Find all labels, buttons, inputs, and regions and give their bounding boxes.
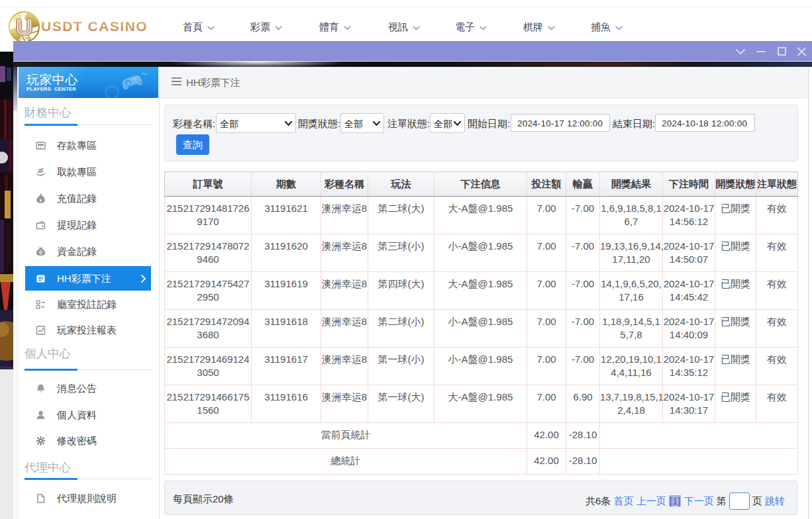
- svg-text:CASINO: CASINO: [17, 36, 31, 40]
